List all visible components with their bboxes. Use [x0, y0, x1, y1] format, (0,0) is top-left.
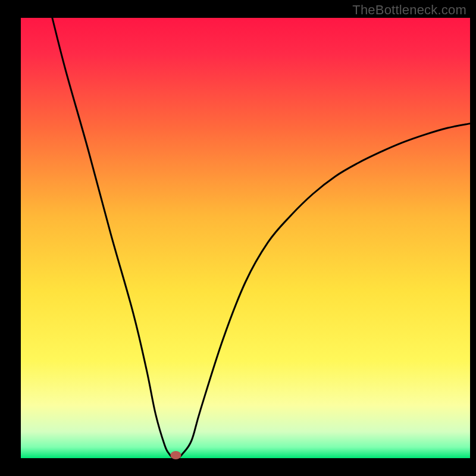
- bottleneck-chart: [0, 0, 476, 476]
- optimal-point-marker: [170, 451, 181, 459]
- chart-background: [21, 18, 470, 458]
- chart-stage: TheBottleneck.com: [0, 0, 476, 476]
